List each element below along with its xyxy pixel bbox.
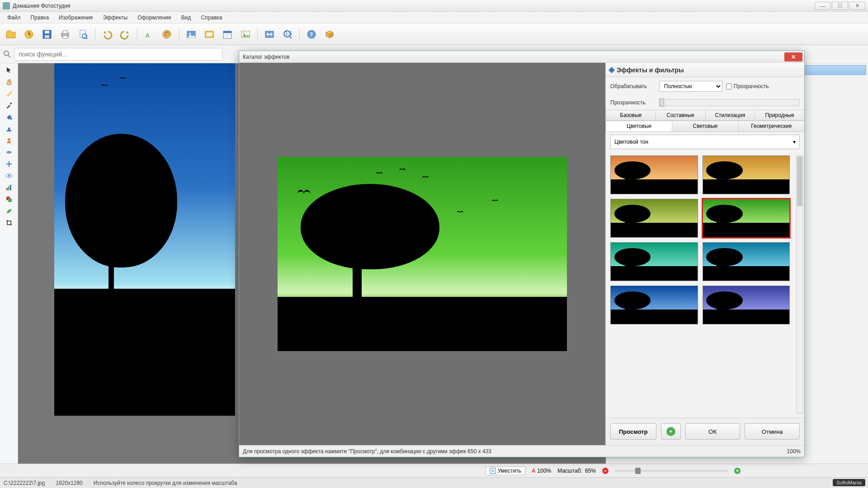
side-toolstrip	[0, 63, 18, 472]
svg-point-31	[8, 138, 10, 141]
menu-file[interactable]: Файл	[3, 13, 25, 22]
recent-icon[interactable]	[21, 26, 37, 42]
box-icon[interactable]	[321, 26, 338, 42]
thumbnail[interactable]	[703, 242, 790, 281]
plus-zoom-icon[interactable]: +	[734, 468, 741, 474]
file-dims: 1920x1280	[56, 480, 82, 486]
leaf-icon[interactable]	[3, 206, 15, 216]
svg-point-29	[10, 118, 12, 120]
eye-icon[interactable]	[3, 171, 15, 181]
tab-light[interactable]: Световые	[672, 121, 738, 131]
thumbnails-scrollbar[interactable]	[796, 155, 803, 414]
levels-icon[interactable]	[3, 183, 15, 192]
stamp-icon[interactable]	[3, 124, 15, 134]
sharpen-icon[interactable]	[3, 159, 15, 169]
app-icon	[3, 2, 10, 9]
calendar-icon[interactable]	[219, 26, 236, 42]
fit-width-icon[interactable]	[261, 26, 278, 42]
side-title: Эффекты и фильтры	[617, 66, 684, 74]
thumbnail[interactable]	[610, 286, 698, 324]
bottom-bars: Уместить A 100% Масштаб: 65% − + C:\2222…	[0, 464, 868, 488]
tab-styling[interactable]: Стилизация	[705, 110, 755, 120]
dialog-status-zoom: 100%	[787, 448, 801, 455]
frame-yellow-icon[interactable]	[201, 26, 217, 42]
process-select[interactable]: Полностью	[659, 81, 722, 92]
layers-icon[interactable]	[3, 194, 15, 204]
menu-decor[interactable]: Оформление	[133, 13, 175, 22]
undo-icon[interactable]	[99, 26, 115, 42]
effect-dropdown[interactable]: Цветовой тон ▾	[610, 135, 800, 149]
cancel-button[interactable]: Отмена	[745, 423, 800, 440]
search-input[interactable]	[14, 48, 222, 61]
minimize-button[interactable]: —	[815, 2, 831, 10]
svg-rect-19	[223, 31, 231, 33]
tab-color[interactable]: Цветовые	[606, 121, 672, 131]
menu-edit[interactable]: Правка	[26, 13, 54, 22]
picture-icon[interactable]	[237, 26, 254, 42]
branding-badge: SoftoMania	[833, 479, 865, 486]
tab-basic[interactable]: Базовые	[606, 110, 656, 120]
transparency-slider[interactable]	[659, 99, 800, 106]
tab-geometric[interactable]: Геометрические	[738, 121, 804, 131]
help-icon[interactable]: ?	[303, 26, 320, 42]
thumbnail[interactable]	[610, 242, 698, 281]
palette-icon[interactable]	[159, 26, 175, 42]
thumbnail[interactable]	[610, 199, 698, 238]
wand-icon[interactable]	[3, 89, 15, 99]
text-icon[interactable]: A	[141, 26, 157, 42]
actual-size-icon[interactable]: 1:1	[279, 26, 296, 42]
menu-help[interactable]: Справка	[196, 13, 226, 22]
menu-image[interactable]: Изображение	[54, 13, 98, 22]
eyedropper-icon[interactable]	[3, 100, 15, 110]
clone-icon[interactable]	[3, 136, 15, 145]
scale-value: 65%	[585, 468, 596, 474]
zoom-slider[interactable]	[615, 469, 728, 472]
hand-icon[interactable]	[3, 77, 15, 87]
transparency-checkbox[interactable]: Прозрачность	[726, 83, 771, 89]
hundred-button[interactable]: A 100%	[532, 468, 551, 474]
thumbnail[interactable]	[703, 155, 790, 194]
ok-button[interactable]: OK	[685, 423, 741, 440]
effect-dropdown-label: Цветовой тон	[614, 139, 648, 145]
plus-icon: +	[666, 427, 675, 436]
thumbnail[interactable]	[610, 155, 698, 194]
dialog-titlebar[interactable]: Каталог эффектов ✕	[239, 51, 804, 63]
redo-icon[interactable]	[117, 26, 133, 42]
fit-button[interactable]: Уместить	[486, 466, 525, 475]
dialog-buttons: Просмотр + OK Отмена	[606, 418, 804, 445]
blur-icon[interactable]	[3, 147, 15, 157]
close-button[interactable]: ✕	[849, 2, 865, 10]
tab-natural[interactable]: Природные	[755, 110, 804, 120]
svg-rect-17	[207, 33, 212, 36]
zoom-doc-icon[interactable]	[75, 26, 91, 42]
menu-view[interactable]: Вид	[177, 13, 196, 22]
svg-point-13	[165, 34, 166, 36]
thumbnail[interactable]	[703, 286, 790, 324]
svg-rect-40	[8, 198, 12, 202]
tab-composite[interactable]: Составные	[656, 110, 706, 120]
minus-zoom-icon[interactable]: −	[602, 468, 609, 474]
crop-icon[interactable]	[3, 218, 15, 228]
menu-effects[interactable]: Эффекты	[99, 13, 132, 22]
maximize-button[interactable]: ☐	[832, 2, 848, 10]
process-label: Обрабатывать	[610, 83, 656, 89]
add-button[interactable]: +	[661, 423, 681, 440]
scale-label: Масштаб:	[557, 468, 582, 474]
diamond-icon	[609, 66, 615, 73]
svg-text:1:1: 1:1	[285, 30, 292, 37]
preview-button[interactable]: Просмотр	[610, 423, 656, 440]
svg-point-21	[243, 32, 245, 34]
pointer-icon[interactable]	[3, 65, 15, 75]
save-icon[interactable]	[39, 26, 55, 42]
open-icon[interactable]	[3, 26, 19, 42]
svg-point-11	[166, 31, 168, 33]
chevron-down-icon: ▾	[793, 139, 796, 145]
svg-point-28	[10, 103, 12, 104]
bucket-icon[interactable]	[3, 112, 15, 122]
thumbnail[interactable]	[703, 199, 790, 238]
frame-image-icon[interactable]	[183, 26, 199, 42]
dialog-close-icon[interactable]: ✕	[784, 52, 802, 61]
svg-text:?: ?	[310, 32, 313, 38]
dialog-preview-area[interactable]	[239, 63, 605, 445]
print-icon[interactable]	[57, 26, 73, 42]
